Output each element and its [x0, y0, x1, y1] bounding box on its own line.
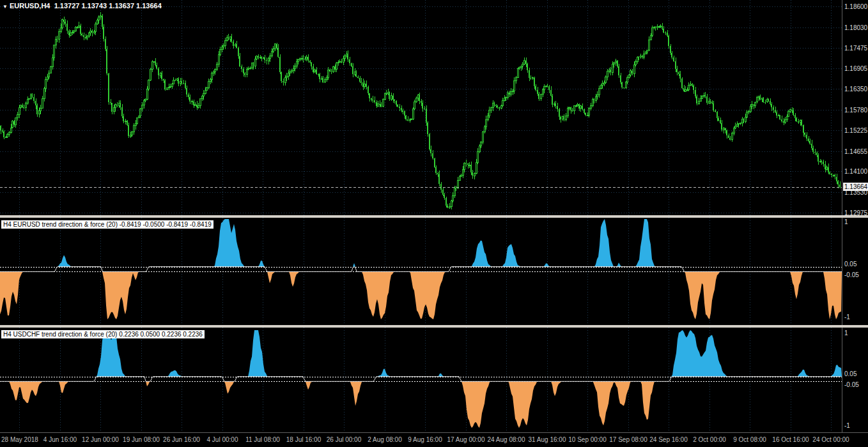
indicator-tick-label: 0.05 — [844, 261, 856, 268]
indicator-tick-label: -0.05 — [844, 271, 859, 278]
price-axis[interactable]: 1.13664 1.186001.180301.174751.169051.16… — [842, 0, 868, 215]
time-tick-label: 19 Jun 08:00 — [123, 436, 160, 443]
indicator-axis-eurusd[interactable]: 10.05-0.05-1 — [842, 218, 868, 325]
price-tick-label: 1.15780 — [844, 107, 867, 114]
indicator-tick-label: -0.05 — [844, 381, 859, 388]
time-tick-label: 2 Aug 08:00 — [368, 436, 401, 443]
symbol-period-label: EURUSD,H4 — [10, 2, 50, 10]
indicator-name: H4 EURUSD trend direction & force (20) — [3, 221, 118, 228]
time-tick-label: 28 May 2018 — [1, 436, 38, 443]
mt4-chart-window: ▼EURUSD,H4 1.13727 1.13743 1.13637 1.136… — [0, 0, 868, 447]
indicator-values: 0.2236 0.0500 0.2236 0.2236 — [119, 331, 203, 338]
time-tick-label: 31 Aug 16:00 — [529, 436, 566, 443]
time-tick-label: 17 Aug 00:00 — [447, 436, 485, 443]
current-price-marker: 1.13664 — [843, 183, 868, 191]
price-tick-label: 1.16905 — [844, 65, 867, 72]
price-tick-label: 1.14100 — [844, 168, 867, 175]
indicator-tick-label: 1 — [844, 218, 848, 225]
indicator-panel-eurusd: H4 EURUSD trend direction & force (20) -… — [0, 215, 868, 325]
ohlc-values: 1.13727 1.13743 1.13637 1.13664 — [54, 2, 162, 10]
indicator-values: -0.8419 -0.0500 -0.8419 -0.8419 — [120, 221, 212, 228]
indicator-chart-eurusd[interactable] — [0, 218, 842, 325]
indicator-tick-label: -1 — [844, 314, 850, 321]
indicator-axis-usdchf[interactable]: 10.05-0.05-1 — [842, 328, 868, 432]
time-tick-label: 24 Oct 00:00 — [812, 436, 849, 443]
price-tick-label: 1.14655 — [844, 148, 867, 155]
time-tick-label: 17 Sep 08:00 — [609, 436, 647, 443]
time-tick-label: 24 Sep 16:00 — [649, 436, 688, 443]
indicator-label-usdchf: H4 USDCHF trend direction & force (20) 0… — [1, 330, 205, 338]
time-tick-label: 10 Sep 00:00 — [568, 436, 607, 443]
main-chart-panel: ▼EURUSD,H4 1.13727 1.13743 1.13637 1.136… — [0, 0, 868, 215]
time-tick-label: 26 Jun 16:00 — [163, 436, 200, 443]
time-tick-label: 2 Oct 00:00 — [693, 436, 726, 443]
time-tick-label: 26 Jul 00:00 — [327, 436, 362, 443]
time-tick-label: 9 Oct 08:00 — [733, 436, 766, 443]
price-tick-label: 1.18030 — [844, 24, 867, 31]
indicator-tick-label: 1 — [844, 330, 848, 337]
price-tick-label: 1.16350 — [844, 86, 867, 93]
time-tick-label: 24 Aug 08:00 — [488, 436, 525, 443]
symbol-marker-icon: ▼ — [3, 4, 8, 10]
indicator-name: H4 USDCHF trend direction & force (20) — [3, 331, 117, 338]
price-tick-label: 1.15225 — [844, 127, 867, 134]
time-tick-label: 9 Aug 16:00 — [408, 436, 442, 443]
time-tick-label: 4 Jul 00:00 — [207, 436, 238, 443]
chart-title: ▼EURUSD,H4 1.13727 1.13743 1.13637 1.136… — [3, 2, 162, 10]
time-tick-label: 11 Jul 08:00 — [245, 436, 280, 443]
indicator-panel-usdchf: H4 USDCHF trend direction & force (20) 0… — [0, 325, 868, 432]
candlestick-chart[interactable] — [0, 0, 842, 215]
time-tick-label: 18 Jul 16:00 — [286, 436, 322, 443]
time-tick-label: 4 Jun 16:00 — [43, 436, 77, 443]
time-axis[interactable]: 28 May 20184 Jun 16:0012 Jun 00:0019 Jun… — [0, 432, 868, 447]
price-tick-label: 1.17475 — [844, 45, 867, 52]
indicator-chart-usdchf[interactable] — [0, 328, 842, 432]
time-tick-label: 12 Jun 00:00 — [82, 436, 119, 443]
indicator-tick-label: -1 — [844, 422, 850, 429]
indicator-label-eurusd: H4 EURUSD trend direction & force (20) -… — [1, 220, 213, 229]
indicator-tick-label: 0.05 — [844, 370, 856, 377]
time-tick-label: 16 Oct 16:00 — [772, 436, 809, 443]
price-tick-label: 1.18600 — [844, 3, 867, 10]
